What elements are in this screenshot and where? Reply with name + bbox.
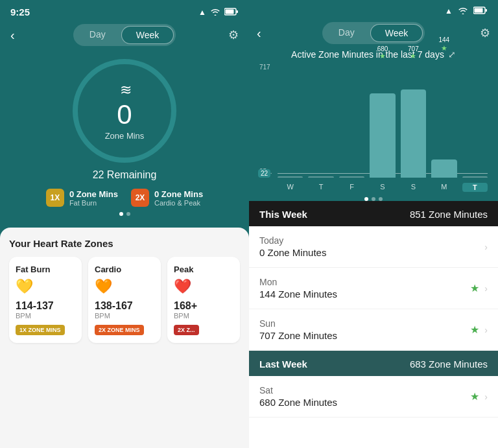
list-item-left-mon: Mon 144 Zone Minutes [259, 277, 337, 300]
status-bar-right: ▲ [249, 0, 498, 19]
list-item-sun[interactable]: Sun 707 Zone Minutes ★ › [249, 309, 498, 351]
this-week-title: This Week [259, 209, 307, 220]
badge-type-2x: Cardio & Peak [154, 199, 203, 207]
wifi-icon [210, 8, 220, 17]
list-item-today[interactable]: Today 0 Zone Minutes › [249, 226, 498, 268]
chevron-icon-today: › [484, 242, 488, 252]
list-item-sat[interactable]: Sat 680 Zone Minutes ★ › [249, 376, 498, 418]
this-week-value: 851 Zone Minutes [410, 209, 488, 220]
zone-circle: ≋ 0 Zone Mins [73, 59, 176, 163]
segment-control-left: Day Week [73, 24, 176, 46]
segment-control-right: Day Week [322, 22, 425, 44]
signal-icon: ▲ [198, 8, 206, 17]
chevron-icon-mon: › [484, 283, 488, 294]
page-dots [119, 212, 130, 216]
chart-y-labels: 717 35... [259, 64, 272, 178]
last-week-value: 683 Zone Minutes [410, 359, 488, 370]
star-icon-mon: ★ [470, 282, 479, 294]
bar-value-s2: 707 [401, 45, 426, 53]
badge-info-2x: 0 Zone Mins Cardio & Peak [154, 189, 203, 207]
left-panel: 9:25 ▲ ‹ Day Week [0, 0, 249, 448]
hr-section: Your Heart Rate Zones Fat Burn 💛 114-137… [0, 228, 249, 448]
badge-icon-1x: 1X [46, 189, 64, 207]
tab-day-left[interactable]: Day [75, 26, 120, 44]
x-label-m: M [431, 183, 456, 192]
tab-week-left[interactable]: Week [121, 26, 174, 44]
hr-card-title-fatburn: Fat Burn [16, 265, 75, 274]
bar-group-w [278, 64, 303, 178]
chart-container: 717 35... 22 [259, 64, 488, 193]
chevron-icon-sat: › [484, 392, 488, 402]
list-item-mon[interactable]: Mon 144 Zone Minutes ★ › [249, 268, 498, 309]
tab-day-right[interactable]: Day [324, 24, 369, 42]
gear-button-right[interactable]: ⚙ [480, 26, 490, 40]
zone-badge-1x: 1X 0 Zone Mins Fat Burn [46, 189, 118, 207]
bar-group-s2: ★ 707 [401, 64, 426, 178]
goal-badge: 22 [258, 169, 270, 178]
list-item-right-sat: ★ › [470, 390, 488, 403]
hr-range-cardio: 138-167 [95, 300, 154, 312]
bar-group-m: ★ 144 [431, 64, 456, 178]
star-icon-sat: ★ [470, 390, 479, 403]
zone-badges: 1X 0 Zone Mins Fat Burn 2X 0 Zone Mins C… [46, 189, 203, 207]
svg-rect-1 [237, 10, 239, 13]
x-label-today: T [462, 183, 488, 192]
list-item-day-mon: Mon [259, 277, 337, 287]
dot-2 [126, 212, 130, 216]
zone-waves-icon: ≋ [120, 82, 129, 99]
last-week-title: Last Week [259, 359, 307, 370]
list-section: This Week 851 Zone Minutes Today 0 Zone … [249, 201, 498, 448]
back-button-right[interactable]: ‹ [257, 26, 261, 41]
list-item-right-today: › [484, 242, 488, 252]
chart-bars: ★ 680 ★ 707 ★ 144 [278, 64, 488, 178]
svg-rect-4 [486, 9, 488, 12]
hr-card-title-peak: Peak [174, 265, 233, 274]
chart-x-labels: W T F S S M T [278, 183, 488, 192]
svg-rect-5 [475, 8, 483, 13]
x-label-w: W [278, 183, 303, 192]
list-item-day-today: Today [259, 235, 326, 246]
badge-icon-2x: 2X [131, 189, 149, 207]
hr-unit-peak: BPM [174, 312, 233, 320]
dot-1 [119, 212, 123, 216]
bar-m [431, 159, 456, 178]
hr-emoji-peak: ❤️ [174, 278, 233, 295]
list-item-left-today: Today 0 Zone Minutes [259, 235, 326, 258]
status-time: 9:25 [10, 6, 30, 18]
hr-cards: Fat Burn 💛 114-137 BPM 1X ZONE MINS Card… [9, 257, 240, 343]
battery-icon-right [473, 6, 488, 16]
circle-section: ≋ 0 Zone Mins 22 Remaining 1X 0 Zone Min… [0, 53, 249, 225]
chart-section: Active Zone Minutes in the last 7 days ⤢… [249, 49, 498, 201]
bar-star-s2: ★ [401, 52, 426, 60]
list-item-value-sun: 707 Zone Minutes [259, 330, 337, 341]
bar-value-s1: 680 [370, 45, 395, 53]
bar-group-today [462, 64, 488, 178]
bar-group-t1 [308, 64, 333, 178]
list-item-day-sat: Sat [259, 385, 337, 395]
hr-zone-label-fatburn: 1X ZONE MINS [16, 325, 65, 335]
bar-today [462, 176, 488, 178]
bar-w [278, 176, 303, 178]
hr-emoji-cardio: 🧡 [95, 278, 154, 295]
x-label-s2: S [401, 183, 426, 192]
tab-week-right[interactable]: Week [370, 24, 423, 42]
hr-zone-label-cardio: 2X ZONE MINS [95, 325, 144, 335]
hr-card-peak: Peak ❤️ 168+ BPM 2X Z... [167, 257, 240, 343]
hr-card-cardio: Cardio 🧡 138-167 BPM 2X ZONE MINS [88, 257, 161, 343]
chevron-icon-sun: › [484, 325, 488, 335]
battery-icon [224, 8, 239, 17]
right-panel: ▲ ‹ Day Week ⚙ Active Zone Minutes in [249, 0, 498, 448]
list-item-right-mon: ★ › [470, 282, 488, 294]
bar-group-f [339, 64, 364, 178]
back-button-left[interactable]: ‹ [10, 28, 15, 43]
bar-group-s1: ★ 680 [370, 64, 395, 178]
bar-t1 [308, 176, 333, 178]
x-label-t1: T [308, 183, 333, 192]
zone-value: 0 [117, 101, 132, 128]
list-item-day-sun: Sun [259, 318, 337, 329]
bar-star-m: ★ [431, 44, 456, 53]
x-label-f: F [339, 183, 364, 192]
gear-button-left[interactable]: ⚙ [228, 28, 239, 42]
signal-icon-right: ▲ [445, 6, 453, 16]
hr-zone-label-peak: 2X Z... [174, 325, 199, 335]
